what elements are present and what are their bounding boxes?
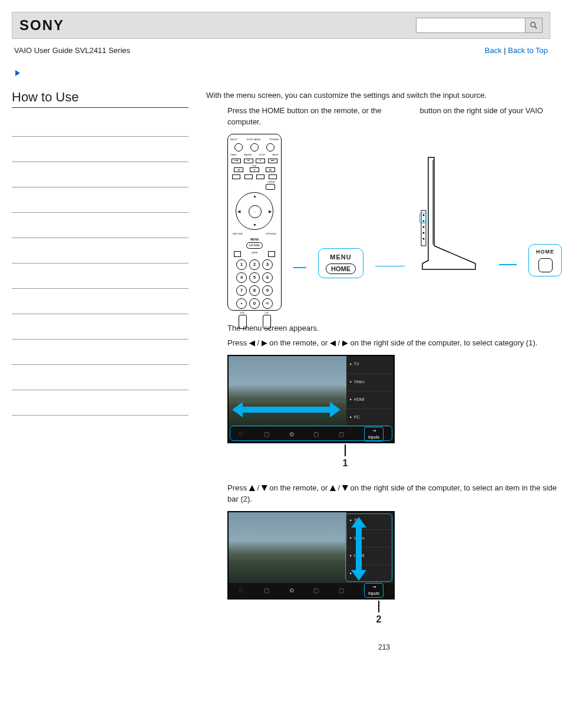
main-content: With the menu screen, you can customize … xyxy=(206,90,562,653)
sidebar-item[interactable] xyxy=(12,340,189,365)
sidebar-item[interactable] xyxy=(12,111,189,137)
sidebar-item[interactable] xyxy=(12,238,189,263)
remote-illustration: INPUTSYNC MENUPOWER PREVPAUSESTOPNEXT ▮◀… xyxy=(227,134,282,311)
arrow-right-icon xyxy=(262,341,267,347)
figure-select-sidebar-item: ▪TV ▪Video ▪HDMI ▪PC ♡▢✿▢▢ ⇥Inputs 2 xyxy=(227,511,562,627)
back-link[interactable]: Back xyxy=(485,46,502,55)
subheader: VAIO User Guide SVL2411 Series Back | Ba… xyxy=(12,39,550,69)
back-to-top-link[interactable]: Back to Top xyxy=(508,46,548,55)
arrow-up-icon xyxy=(330,485,336,491)
svg-point-5 xyxy=(423,226,425,228)
figure-marker-2: 2 xyxy=(365,612,392,627)
sidebar-title: How to Use xyxy=(12,90,189,108)
sidebar-item[interactable] xyxy=(12,365,189,390)
sony-logo: SONY xyxy=(19,17,64,34)
sidebar-item[interactable] xyxy=(12,137,189,162)
search-icon xyxy=(530,21,538,29)
sidebar-item[interactable] xyxy=(12,263,189,289)
sidebar-item[interactable] xyxy=(12,390,189,416)
svg-point-7 xyxy=(423,238,425,239)
sidebar-item[interactable] xyxy=(12,213,189,238)
separator: | xyxy=(502,46,508,55)
page-number: 213 xyxy=(206,642,562,653)
intro-text: With the menu screen, you can customize … xyxy=(206,90,562,101)
figure-select-category: ▪TV ▪Video ▪HDMI ▪PC ♡▢✿▢▢ ⇥Inputs 1 xyxy=(227,355,562,470)
step-2-text: Press / on the remote, or / on the right… xyxy=(227,337,562,349)
arrow-left-icon xyxy=(330,341,336,347)
header-bar: SONY xyxy=(12,12,550,39)
sidebar-item[interactable] xyxy=(12,314,189,340)
figure-marker-1: 1 xyxy=(298,456,392,470)
sidebar: How to Use xyxy=(12,90,189,653)
search-button[interactable] xyxy=(525,18,543,33)
search-input[interactable] xyxy=(416,18,525,33)
figure-remote-and-computer: INPUTSYNC MENUPOWER PREVPAUSESTOPNEXT ▮◀… xyxy=(227,134,562,311)
sidebar-item[interactable] xyxy=(12,187,189,213)
sidebar-item[interactable] xyxy=(12,289,189,314)
product-title: VAIO User Guide SVL2411 Series xyxy=(14,46,130,55)
callout-menu-home: MENU HOME xyxy=(318,248,363,278)
arrow-up-icon xyxy=(249,485,255,491)
svg-line-1 xyxy=(535,27,537,29)
callout-home-button: HOME xyxy=(528,244,562,277)
arrow-down-icon xyxy=(262,485,267,491)
search-box xyxy=(416,18,543,33)
computer-illustration xyxy=(416,151,487,281)
arrow-down-icon xyxy=(342,485,348,491)
sidebar-item[interactable] xyxy=(12,162,189,187)
svg-point-0 xyxy=(531,22,535,27)
breadcrumb-chevron-icon xyxy=(14,69,550,79)
arrow-left-icon xyxy=(249,341,255,347)
step-1-text: Press the HOME button on the remote, or … xyxy=(227,105,562,128)
svg-point-6 xyxy=(423,232,425,233)
arrow-right-icon xyxy=(342,341,348,347)
step-3-text: Press / on the remote, or / on the right… xyxy=(227,482,562,505)
